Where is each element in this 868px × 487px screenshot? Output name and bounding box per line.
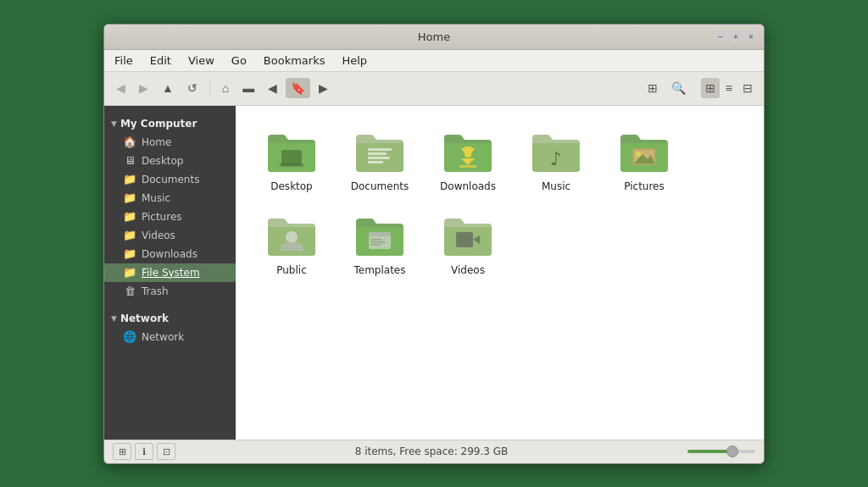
bookmarks-button[interactable]: 🔖 (286, 78, 310, 98)
file-manager-window: Home − + × File Edit View Go Bookmarks H… (103, 24, 765, 464)
svg-rect-20 (370, 244, 381, 246)
minimize-button[interactable]: − (715, 30, 726, 42)
sidebar-item-videos[interactable]: 📁 Videos (104, 226, 236, 245)
maximize-button[interactable]: + (730, 30, 742, 42)
sidebar-item-pictures[interactable]: 📁 Pictures (104, 208, 236, 226)
refresh-button[interactable]: ↺ (182, 78, 203, 98)
menu-file[interactable]: File (111, 53, 136, 69)
extra-icon: ⊡ (163, 446, 170, 457)
documents-label: Documents (351, 180, 409, 194)
videos-folder-icon (442, 210, 493, 261)
music-folder-icon: 📁 (123, 191, 136, 205)
sidebar-desktop-label: Desktop (142, 155, 184, 167)
downloads-folder-icon (442, 126, 493, 177)
menu-go[interactable]: Go (228, 53, 250, 69)
sidebar-item-documents[interactable]: 📁 Documents (104, 170, 236, 189)
sidebar-item-filesystem[interactable]: 📁 File System (104, 263, 236, 282)
folder-public[interactable]: Public (249, 203, 334, 285)
sidebar-item-trash[interactable]: 🗑 Trash (104, 282, 236, 301)
svg-point-15 (286, 231, 298, 243)
desktop-folder-icon: 🖥 (123, 154, 136, 168)
location-toggle-icon: ◀ (268, 81, 277, 95)
svg-rect-9 (459, 165, 476, 168)
sidebar-item-downloads[interactable]: 📁 Downloads (104, 245, 236, 263)
desktop-icon: ▬ (242, 81, 254, 95)
up-icon: ▲ (162, 81, 174, 95)
info-icon: ℹ (142, 446, 146, 457)
back-button[interactable]: ◀ (111, 78, 131, 98)
sidebar-item-network[interactable]: 🌐 Network (104, 328, 236, 346)
window-controls: − + × (715, 30, 757, 42)
downloads-label: Downloads (440, 180, 496, 194)
trash-icon: 🗑 (123, 285, 136, 298)
forward-icon: ▶ (139, 81, 148, 95)
svg-rect-3 (368, 152, 387, 155)
menu-bookmarks[interactable]: Bookmarks (260, 53, 329, 69)
sidebar-item-music[interactable]: 📁 Music (104, 189, 236, 208)
documents-folder-icon: 📁 (123, 173, 136, 186)
folder-music[interactable]: ♪ Music (514, 119, 598, 201)
places-icon: ⊞ (119, 446, 126, 457)
up-button[interactable]: ▲ (157, 78, 179, 98)
menu-help[interactable]: Help (338, 53, 370, 69)
location-bar-icon: ⊞ (648, 81, 658, 95)
sidebar-item-desktop[interactable]: 🖥 Desktop (104, 152, 236, 170)
svg-text:♪: ♪ (550, 148, 562, 169)
sidebar-section-my-computer[interactable]: ▼ My Computer (104, 113, 236, 133)
back-icon: ◀ (116, 81, 125, 95)
toolbar: ◀ ▶ ▲ ↺ ⌂ ▬ ◀ 🔖 ▶ ⊞ 🔍 (104, 72, 764, 106)
location-forward-icon: ▶ (319, 81, 328, 95)
zoom-slider[interactable] (687, 450, 755, 453)
home-folder-icon: 🏠 (123, 136, 136, 149)
compact-view-button[interactable]: ⊟ (738, 78, 757, 98)
svg-point-14 (636, 152, 641, 157)
compact-view-icon: ⊟ (743, 81, 753, 95)
search-button[interactable]: 🔍 (666, 78, 691, 98)
music-label: Music (542, 180, 570, 194)
home-button[interactable]: ⌂ (217, 78, 234, 98)
videos-label: Videos (451, 264, 485, 278)
location-bar-button[interactable]: ⊞ (643, 78, 663, 98)
sidebar-filesystem-label: File System (142, 267, 200, 279)
icon-view-button[interactable]: ⊞ (701, 78, 720, 98)
extra-view-button[interactable]: ⊡ (157, 443, 175, 460)
desktop-folder-icon (266, 126, 317, 177)
menu-view[interactable]: View (185, 53, 218, 69)
sidebar-downloads-label: Downloads (142, 248, 198, 260)
status-text: 8 items, Free space: 299.3 GB (175, 445, 687, 457)
forward-button[interactable]: ▶ (134, 78, 153, 98)
pictures-folder-icon (619, 126, 670, 177)
pictures-label: Pictures (624, 180, 665, 194)
folder-pictures[interactable]: Pictures (602, 119, 687, 201)
folder-templates[interactable]: Templates (337, 203, 422, 285)
view-buttons: ⊞ ≡ ⊟ (701, 78, 757, 98)
svg-rect-2 (368, 148, 392, 151)
templates-label: Templates (353, 264, 405, 278)
menu-edit[interactable]: Edit (147, 53, 175, 69)
videos-folder-icon: 📁 (123, 229, 136, 242)
folder-downloads[interactable]: Downloads (426, 119, 510, 201)
location-forward-button[interactable]: ▶ (314, 78, 333, 98)
sidebar-section-network[interactable]: ▼ Network (104, 307, 236, 328)
places-view-button[interactable]: ⊞ (113, 443, 131, 460)
public-label: Public (276, 264, 307, 278)
menubar: File Edit View Go Bookmarks Help (104, 50, 764, 72)
folder-videos[interactable]: Videos (426, 203, 510, 285)
close-button[interactable]: × (745, 30, 757, 42)
my-computer-label: My Computer (120, 118, 197, 130)
svg-rect-18 (370, 239, 382, 241)
folder-desktop[interactable]: Desktop (249, 119, 334, 201)
statusbar: ⊞ ℹ ⊡ 8 items, Free space: 299.3 GB (104, 440, 764, 463)
desktop-view-button[interactable]: ▬ (237, 78, 259, 98)
info-view-button[interactable]: ℹ (135, 443, 153, 460)
sidebar-music-label: Music (142, 192, 170, 204)
network-section-label: Network (120, 313, 169, 324)
list-view-button[interactable]: ≡ (721, 78, 737, 98)
network-icon: 🌐 (123, 330, 136, 344)
folder-documents[interactable]: Documents (337, 119, 422, 201)
sidebar-videos-label: Videos (142, 230, 175, 241)
statusbar-icons-left: ⊞ ℹ ⊡ (113, 443, 175, 460)
sidebar-item-home[interactable]: 🏠 Home (104, 133, 236, 152)
svg-rect-4 (368, 157, 390, 159)
location-toggle-button[interactable]: ◀ (263, 78, 282, 98)
